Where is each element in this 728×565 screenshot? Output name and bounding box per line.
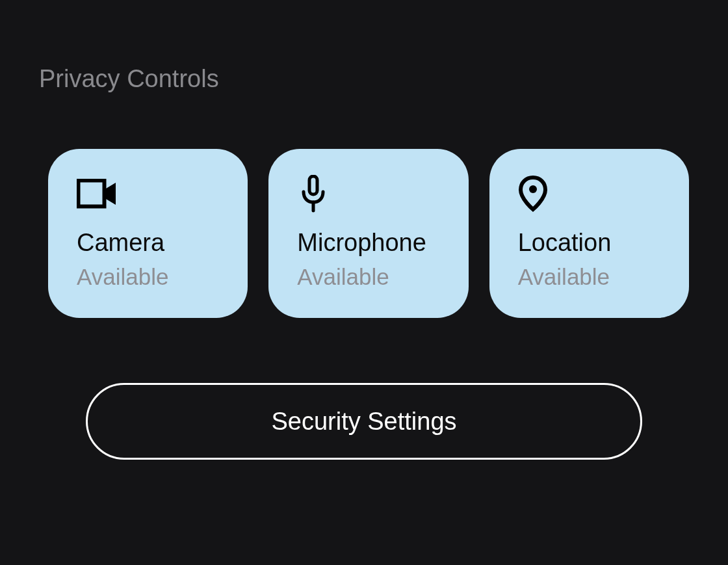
security-settings-button[interactable]: Security Settings — [86, 383, 642, 460]
svg-point-3 — [529, 185, 537, 193]
svg-rect-1 — [309, 176, 317, 194]
microphone-icon — [297, 175, 337, 213]
tile-label: Location — [518, 228, 663, 258]
privacy-controls-panel: Privacy Controls Camera Available — [0, 0, 728, 460]
camera-tile[interactable]: Camera Available — [48, 149, 248, 318]
privacy-tiles-row: Camera Available Microphone Available — [48, 149, 689, 318]
location-tile[interactable]: Location Available — [489, 149, 689, 318]
tile-label: Camera — [77, 228, 222, 258]
tile-status: Available — [518, 263, 663, 291]
section-title: Privacy Controls — [39, 65, 689, 93]
tile-status: Available — [77, 263, 222, 291]
camera-icon — [77, 175, 117, 213]
svg-rect-0 — [79, 181, 105, 207]
microphone-tile[interactable]: Microphone Available — [268, 149, 468, 318]
tile-status: Available — [297, 263, 442, 291]
tile-label: Microphone — [297, 228, 442, 258]
location-pin-icon — [518, 175, 558, 213]
